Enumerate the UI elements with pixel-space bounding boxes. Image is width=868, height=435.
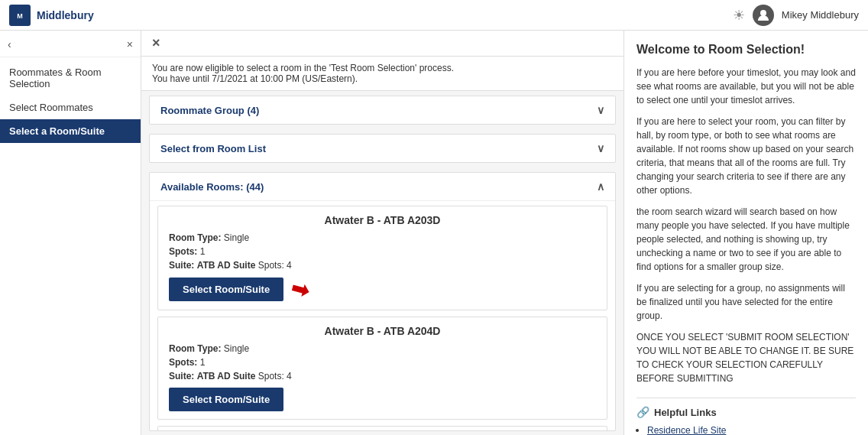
spots-value-0: 1 — [200, 246, 206, 257]
sidebar-close-icon[interactable]: × — [127, 38, 133, 50]
helpful-links-list: Residence Life Site — [636, 424, 856, 435]
room-type-value-1: Single — [224, 343, 249, 354]
eligibility-message: You are now eligible to select a room in… — [141, 57, 623, 91]
spots-1: Spots: 1 — [169, 357, 596, 368]
select-room-btn-container-1: Select Room/Suite — [169, 388, 596, 411]
logo-text: Middlebury — [37, 9, 94, 21]
suite-bold-0: ATB AD Suite — [197, 260, 256, 271]
sidebar-collapse-btn[interactable]: ‹ × — [0, 35, 141, 54]
suite-spots-label-1: Spots: — [258, 371, 287, 381]
accordion-room-list: Select from Room List ∨ — [149, 134, 616, 163]
suite-spots-label-0: Spots: — [258, 260, 287, 271]
logo-area: M Middlebury — [9, 5, 94, 26]
spots-value-1: 1 — [200, 357, 206, 368]
avatar — [753, 5, 774, 26]
helpful-link-item-0: Residence Life Site — [647, 424, 856, 435]
room-type-label-1: Room Type: — [169, 343, 221, 354]
sidebar: ‹ × Roommates & Room Selection Select Ro… — [0, 31, 141, 435]
svg-point-2 — [760, 10, 766, 16]
main-layout: ‹ × Roommates & Room Selection Select Ro… — [0, 31, 868, 435]
helpful-links-section: 🔗 Helpful Links Residence Life Site — [636, 398, 856, 435]
room-card-2: Atwater B - ATB A205D — [157, 426, 607, 430]
right-panel-body: If you are here before your timeslot, yo… — [636, 66, 856, 385]
accordion-room-list-chevron: ∨ — [597, 142, 604, 154]
suite-label-1: Suite: — [169, 371, 194, 381]
eligibility-line2: You have until 7/1/2021 at 10:00 PM (US/… — [152, 73, 613, 84]
helpful-links-label: Helpful Links — [654, 407, 717, 418]
suite-spots-value-0: 4 — [287, 260, 292, 271]
accordion-roommate-group-chevron: ∨ — [597, 104, 604, 116]
helpful-links-header: 🔗 Helpful Links — [636, 406, 856, 418]
room-card-1: Atwater B - ATB A204D Room Type: Single … — [157, 317, 607, 420]
helpful-link-0[interactable]: Residence Life Site — [647, 425, 726, 435]
room-type-0: Room Type: Single — [169, 232, 596, 243]
select-room-suite-button-1[interactable]: Select Room/Suite — [169, 388, 283, 411]
right-panel-para-1: If you are here to select your room, you… — [636, 115, 856, 197]
available-rooms-chevron: ∧ — [597, 180, 604, 193]
spots-label-1: Spots: — [169, 357, 197, 368]
available-rooms-section: Available Rooms: (44) ∧ Atwater B - ATB … — [149, 172, 616, 431]
sidebar-item-roommates-room-selection[interactable]: Roommates & Room Selection — [0, 60, 141, 96]
room-title-1: Atwater B - ATB A204D — [169, 325, 596, 337]
right-panel-para-4: ONCE YOU SELECT 'SUBMIT ROOM SELECTION' … — [636, 330, 856, 385]
sidebar-divider — [0, 57, 141, 57]
sidebar-item-select-roommates[interactable]: Select Roommates — [0, 96, 141, 119]
select-room-suite-button-0[interactable]: Select Room/Suite — [169, 278, 283, 301]
rooms-list: Atwater B - ATB A203D Room Type: Single … — [150, 201, 615, 430]
svg-text:M: M — [17, 11, 23, 19]
room-type-value-0: Single — [224, 232, 249, 243]
user-area: ☀ Mikey Middlebury — [733, 5, 859, 26]
suite-1: Suite: ATB AD Suite Spots: 4 — [169, 371, 596, 381]
accordion-roommate-group-label: Roommate Group (4) — [160, 105, 259, 116]
room-title-0: Atwater B - ATB A203D — [169, 214, 596, 226]
right-panel-title: Welcome to Room Selection! — [636, 43, 856, 57]
content-topbar: × — [141, 31, 623, 57]
spots-0: Spots: 1 — [169, 246, 596, 257]
select-room-btn-container-0: Select Room/Suite ➡ — [169, 277, 596, 302]
accordion-room-list-label: Select from Room List — [160, 143, 266, 154]
user-name: Mikey Middlebury — [782, 9, 859, 21]
theme-toggle-icon[interactable]: ☀ — [733, 7, 745, 24]
accordion-roommate-group-header[interactable]: Roommate Group (4) ∨ — [150, 96, 615, 124]
top-header: M Middlebury ☀ Mikey Middlebury — [0, 0, 868, 31]
right-panel: Welcome to Room Selection! If you are he… — [623, 31, 868, 435]
middlebury-logo-icon: M — [9, 5, 31, 26]
right-panel-para-2: the room search wizard will search based… — [636, 205, 856, 274]
link-icon: 🔗 — [636, 406, 649, 418]
available-rooms-header[interactable]: Available Rooms: (44) ∧ — [150, 173, 615, 201]
available-rooms-label: Available Rooms: (44) — [160, 181, 264, 193]
content-close-icon[interactable]: × — [152, 35, 160, 51]
sidebar-item-select-room-suite[interactable]: Select a Room/Suite — [0, 119, 141, 143]
suite-0: Suite: ATB AD Suite Spots: 4 — [169, 260, 596, 271]
room-type-1: Room Type: Single — [169, 343, 596, 354]
right-panel-para-0: If you are here before your timeslot, yo… — [636, 66, 856, 107]
right-panel-para-3: If you are selecting for a group, no ass… — [636, 281, 856, 323]
spots-label-0: Spots: — [169, 246, 197, 257]
suite-bold-1: ATB AD Suite — [197, 371, 256, 381]
suite-spots-value-1: 4 — [287, 371, 292, 381]
room-card-0: Atwater B - ATB A203D Room Type: Single … — [157, 206, 607, 310]
collapse-icon: ‹ — [8, 38, 11, 50]
accordion-room-list-header[interactable]: Select from Room List ∨ — [150, 135, 615, 162]
arrow-indicator-icon: ➡ — [288, 275, 312, 304]
eligibility-line1: You are now eligible to select a room in… — [152, 63, 613, 73]
content-area: × You are now eligible to select a room … — [141, 31, 623, 435]
accordion-roommate-group: Roommate Group (4) ∨ — [149, 96, 616, 125]
suite-label-0: Suite: — [169, 260, 194, 271]
room-type-label-0: Room Type: — [169, 232, 221, 243]
